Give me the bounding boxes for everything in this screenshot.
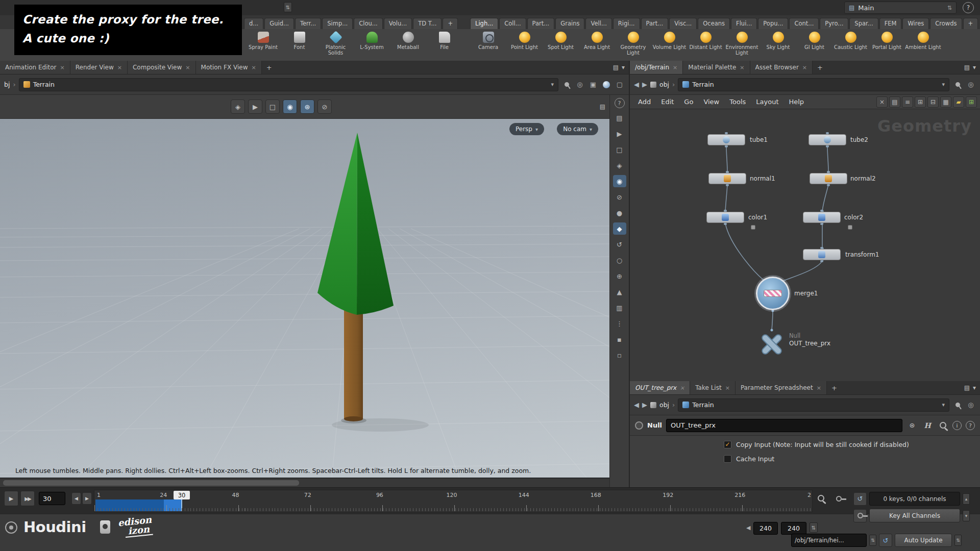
shelf-tool[interactable]: L-System	[354, 29, 390, 61]
scrollbar-thumb[interactable]	[3, 480, 299, 486]
spinner-up-icon[interactable]: ▴	[963, 493, 970, 505]
recook-icon[interactable]: ↺	[853, 492, 867, 506]
path-root[interactable]: bj	[4, 81, 10, 88]
shelf-tab[interactable]: Grains	[555, 18, 584, 29]
pane-layout-icon[interactable]: ▤	[964, 384, 970, 391]
shelf-tab[interactable]: +	[963, 18, 978, 29]
network-toolbar-icon[interactable]: ▦	[940, 96, 951, 108]
network-toolbar-icon[interactable]: ▰	[953, 96, 964, 108]
range-start-field[interactable]: 240	[753, 522, 778, 535]
shelf-tool[interactable]: Caustic Light	[832, 29, 869, 56]
checkbox[interactable]: ✓	[724, 455, 731, 463]
close-icon[interactable]: ×	[725, 385, 730, 391]
shelf-tab[interactable]: Rigi...	[613, 18, 640, 29]
shelf-tab[interactable]: Visc...	[669, 18, 697, 29]
close-icon[interactable]: ×	[680, 385, 684, 391]
shelf-tab[interactable]: Coll...	[499, 18, 526, 29]
network-toolbar-icon[interactable]: ▤	[889, 96, 900, 108]
pane-tab[interactable]: OUT_tree_prx ×	[630, 381, 690, 394]
play-to-end-button[interactable]: ▶▶	[20, 491, 35, 506]
node-normal2[interactable]	[810, 173, 847, 184]
chevron-down-icon[interactable]: ▾	[551, 81, 554, 88]
node-out-tree-prx[interactable]	[758, 331, 785, 359]
viewport-side-tool-icon[interactable]: ▤	[613, 112, 626, 124]
pin-icon[interactable]	[952, 403, 963, 407]
display-options-icon[interactable]: ▤	[600, 103, 605, 110]
pane-menu-chevron-icon[interactable]: ▾	[973, 64, 976, 71]
key-all-channels-button[interactable]: Key All Channels	[869, 509, 960, 522]
node-normal1[interactable]	[708, 173, 746, 184]
path-field[interactable]: Terrain ▾	[19, 78, 558, 91]
pane-tab[interactable]: Animation Editor ×	[0, 61, 70, 74]
shelf-tab[interactable]: Cont...	[789, 18, 819, 29]
viewport-side-tool-icon[interactable]: ◈	[613, 159, 626, 171]
viewport-side-tool-icon[interactable]: ●	[613, 207, 626, 219]
viewport-tool-icon[interactable]: ⊛	[300, 99, 314, 114]
viewport-side-tool-icon[interactable]: ⊘	[613, 191, 626, 203]
viewport-side-tool-icon[interactable]: ▪	[613, 333, 626, 345]
pane-menu-chevron-icon[interactable]: ▾	[973, 384, 976, 391]
shelf-tool[interactable]: Portal Light	[869, 29, 905, 56]
range-arrow-icon[interactable]: ◀	[746, 524, 750, 531]
menu-item[interactable]: Tools	[724, 98, 751, 106]
pane-tab[interactable]: Material Palette ×	[683, 61, 750, 74]
viewport-side-tool-icon[interactable]: ⋮	[613, 317, 626, 330]
pin-icon[interactable]	[561, 82, 572, 87]
add-tab-button[interactable]: +	[827, 381, 842, 394]
menu-item[interactable]: View	[698, 98, 724, 106]
menu-item[interactable]: Go	[679, 98, 698, 106]
back-icon[interactable]: ◀	[634, 81, 639, 88]
shelf-tool[interactable]: Distant Light	[688, 29, 724, 56]
viewport-side-tool-icon[interactable]: ◉	[613, 175, 626, 187]
network-toolbar-icon[interactable]: ≡	[902, 96, 913, 108]
path-root[interactable]: obj	[659, 401, 669, 409]
pin-icon[interactable]	[952, 82, 963, 87]
viewport-side-tool-icon[interactable]: ◆	[613, 222, 626, 235]
shelf-tool[interactable]: Platonic Solids	[317, 29, 354, 61]
path-field[interactable]: Terrain ▾	[678, 78, 949, 91]
pane-tab[interactable]: /obj/Terrain ×	[630, 61, 683, 74]
pane-tab[interactable]: Composite View ×	[128, 61, 196, 74]
viewport-side-tool-icon[interactable]: ▥	[613, 302, 626, 314]
shelf-tab[interactable]: Vell...	[585, 18, 611, 29]
desktop-spinner-icon[interactable]: ⇅	[947, 5, 952, 11]
shelf-tab[interactable]: d...	[244, 18, 263, 29]
shelf-tool[interactable]: Geometry Light	[615, 29, 651, 56]
shelf-tab[interactable]: Spar...	[849, 18, 878, 29]
forward-icon[interactable]: ▶	[642, 401, 647, 409]
cook-mode-icon[interactable]: ↺	[879, 534, 892, 547]
shelf-tab[interactable]: Oceans	[698, 18, 730, 29]
node-merge1[interactable]	[756, 277, 790, 310]
houdini-circle-icon[interactable]	[5, 521, 17, 534]
node-name-field[interactable]: OUT_tree_prx	[666, 419, 902, 432]
path-node[interactable]: Terrain	[33, 81, 55, 88]
network-toolbar-icon[interactable]: ×	[876, 96, 888, 108]
shelf-tab[interactable]: FEM	[879, 18, 902, 29]
node-color1[interactable]	[706, 212, 744, 223]
network-toolbar-icon[interactable]: ⊟	[927, 96, 939, 108]
playhead-frame-label[interactable]: 30	[174, 491, 190, 499]
shelf-tool[interactable]: GI Light	[796, 29, 832, 56]
viewport-side-tool-icon[interactable]: ▶	[613, 128, 626, 140]
key-icon[interactable]	[836, 496, 842, 502]
viewport-side-tool-icon[interactable]: ⊕	[613, 270, 626, 282]
timeline-zoom-icon[interactable]	[818, 495, 824, 502]
viewport-tool-icon[interactable]: □	[265, 99, 280, 114]
shelf-tool[interactable]: Environment Light	[724, 29, 760, 56]
chevron-down-icon[interactable]: ▾	[942, 402, 945, 408]
cook-path-field[interactable]: /obj/Terrain/hei...	[791, 534, 867, 547]
horizontal-scrollbar[interactable]	[0, 478, 609, 487]
node-transform1[interactable]	[803, 249, 841, 260]
viewport-3d[interactable]: Persp ▾ No cam ▾ Left mouse tumbles. Mid…	[0, 119, 609, 478]
checkbox[interactable]: ✓	[724, 441, 731, 448]
close-icon[interactable]: ×	[60, 64, 65, 71]
shelf-tool[interactable]: File	[426, 29, 462, 61]
shelf-tool[interactable]: Camera	[470, 29, 506, 56]
shelf-tab[interactable]: Guid...	[264, 18, 294, 29]
shelf-tool[interactable]: Point Light	[506, 29, 543, 56]
path-root[interactable]: obj	[659, 81, 669, 88]
shelf-tool[interactable]: Font	[281, 29, 317, 61]
viewport-tool-icon[interactable]: ⊘	[317, 99, 332, 114]
close-icon[interactable]: ×	[185, 64, 190, 71]
node-color2[interactable]	[803, 212, 841, 223]
